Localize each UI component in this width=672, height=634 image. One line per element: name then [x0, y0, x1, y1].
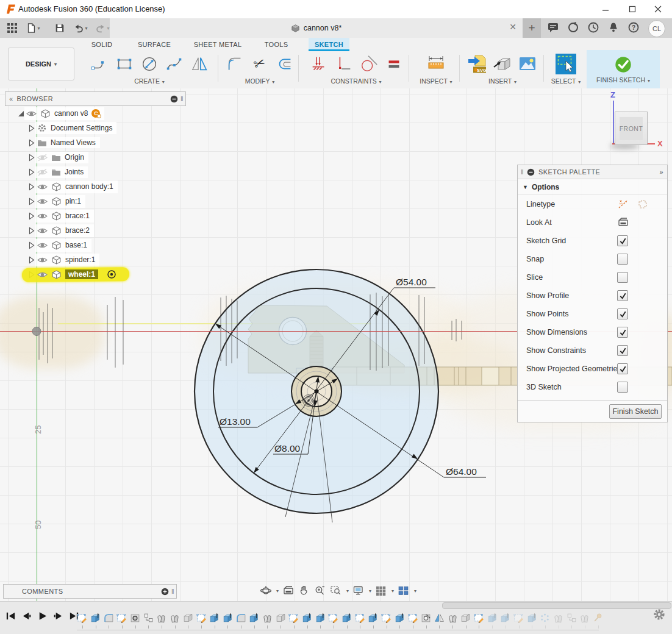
visibility-eye-icon[interactable] [37, 241, 48, 250]
visibility-eye-icon[interactable] [37, 255, 48, 265]
timeline-feature-body[interactable] [182, 611, 195, 624]
expand-arrow-icon[interactable] [28, 139, 35, 147]
tab-solid[interactable]: SOLID [83, 38, 121, 51]
timeline-feature-sketch[interactable] [473, 611, 486, 624]
browser-item-document-settings[interactable]: Document Settings [5, 121, 186, 135]
zoom-icon[interactable] [314, 585, 326, 597]
timeline-feature-extrude[interactable] [393, 611, 407, 624]
minus-circle-icon[interactable] [527, 168, 535, 176]
timeline-feature-sketch[interactable] [406, 611, 420, 624]
play-icon[interactable] [37, 610, 48, 622]
browser-item-label[interactable]: Named Views [51, 138, 96, 147]
timeline-feature-hole[interactable] [129, 611, 142, 624]
fillet-tool[interactable] [224, 54, 245, 74]
chevron-down-icon[interactable]: ▾ [391, 588, 394, 594]
browser-item-label[interactable]: spinder:1 [65, 255, 95, 264]
circle-tool[interactable] [139, 54, 160, 74]
dimension-label[interactable]: Ø64.00 [446, 466, 477, 477]
group-label-inspect[interactable]: INSPECT ▾ [420, 77, 452, 85]
workspace-switcher[interactable]: DESIGN▾ [8, 48, 74, 80]
minimize-icon[interactable] [595, 2, 616, 16]
new-tab-button[interactable]: + [523, 18, 541, 38]
tab-tools[interactable]: TOOLS [259, 38, 294, 51]
timeline-feature-sketch[interactable] [195, 611, 208, 624]
timeline-feature-joint[interactable] [155, 611, 168, 624]
plus-circle-icon[interactable] [161, 588, 169, 596]
browser-item-label[interactable]: Origin [65, 153, 84, 162]
timeline-feature-joint[interactable] [446, 611, 459, 624]
checkbox-show-profile[interactable] [617, 290, 628, 301]
timeline-feature-extrude[interactable] [366, 611, 380, 624]
expand-arrow-icon[interactable] [28, 212, 35, 220]
timeline-feature-sketch[interactable] [512, 611, 526, 624]
comment-icon[interactable] [547, 21, 559, 34]
offset-tool[interactable] [274, 54, 295, 74]
timeline-feature-body[interactable] [459, 611, 473, 624]
timeline-feature-extrude[interactable] [313, 611, 327, 624]
browser-item-label[interactable]: brace:2 [65, 226, 90, 235]
visibility-eye-icon[interactable] [37, 270, 48, 279]
chevron-down-icon[interactable]: ▾ [346, 588, 349, 594]
avatar[interactable]: CL [648, 20, 665, 37]
app-grid-icon[interactable] [5, 21, 20, 35]
expand-arrow-icon[interactable] [28, 124, 35, 132]
line-tool[interactable] [89, 54, 110, 74]
reference-linetype-icon[interactable] [637, 198, 649, 210]
group-label-select[interactable]: SELECT ▾ [551, 77, 581, 85]
close-icon[interactable] [648, 2, 668, 16]
chevron-down-icon[interactable]: ▾ [369, 588, 371, 594]
timeline-feature-fillet[interactable] [102, 611, 115, 624]
timeline-feature-extrude[interactable] [485, 611, 499, 624]
pan-icon[interactable] [298, 585, 310, 597]
browser-item-label[interactable]: cannon body:1 [65, 182, 113, 191]
vertical-horizontal-constraint-icon[interactable] [334, 54, 354, 74]
browser-item-named-views[interactable]: Named Views [5, 135, 186, 150]
expand-arrow-icon[interactable] [28, 154, 35, 162]
group-label-modify[interactable]: MODIFY ▾ [245, 77, 275, 85]
timeline-feature-extrude[interactable] [221, 611, 235, 624]
options-section-header[interactable]: ▼Options [518, 179, 667, 195]
visibility-eye-icon[interactable] [26, 109, 37, 118]
timeline-feature-extrude[interactable] [301, 611, 314, 624]
group-label-create[interactable]: CREATE ▾ [134, 77, 165, 85]
timeline-feature-joint[interactable] [168, 611, 182, 624]
timeline-feature-sketch[interactable] [380, 611, 393, 624]
timeline-feature-extrude[interactable] [208, 611, 221, 624]
expand-right-icon[interactable]: » [659, 168, 663, 176]
expand-arrow-icon[interactable] [28, 198, 35, 205]
step-back-icon[interactable] [21, 610, 32, 622]
group-label-insert[interactable]: INSERT ▾ [488, 77, 517, 85]
browser-item-cannon-v8[interactable]: cannon v8C [5, 106, 186, 121]
browser-item-label[interactable]: wheel:1 [65, 269, 98, 279]
panel-grip[interactable]: ‖ [181, 95, 184, 102]
panel-grip[interactable]: ‖ [171, 588, 174, 595]
checkbox-slice[interactable] [617, 272, 628, 283]
browser-item-wheel-1[interactable]: wheel:1 [5, 267, 186, 282]
midpoint-constraint-icon[interactable] [309, 54, 329, 74]
dimension-label[interactable]: Ø13.00 [220, 416, 251, 427]
timeline-feature-revolve[interactable] [420, 611, 433, 624]
construction-linetype-icon[interactable] [617, 198, 629, 210]
viewcube-front-face[interactable]: FRONT [615, 112, 648, 145]
browser-item-base-1[interactable]: base:1 [5, 238, 186, 252]
browser-item-label[interactable]: brace:1 [65, 212, 90, 220]
browser-item-joints[interactable]: Joints [5, 165, 186, 179]
expand-arrow-icon[interactable] [28, 241, 35, 249]
file-icon[interactable]: ▾ [26, 21, 40, 35]
save-icon[interactable] [52, 21, 67, 35]
checkbox-3d-sketch[interactable] [617, 382, 628, 393]
sketch-palette-header[interactable]: ‖ SKETCH PALETTE » [518, 165, 667, 179]
browser-item-spinder-1[interactable]: spinder:1 [5, 252, 186, 267]
measure-tool[interactable] [426, 54, 446, 74]
checkbox-show-projected-geometries[interactable] [617, 363, 628, 374]
tangent-constraint-icon[interactable] [359, 54, 379, 74]
browser-item-label[interactable]: pin:1 [65, 197, 81, 205]
look-at-icon[interactable] [617, 216, 629, 229]
finish-sketch-palette-button[interactable]: Finish Sketch [609, 404, 662, 419]
tab-surface[interactable]: SURFACE [130, 38, 178, 51]
undo-icon[interactable]: ▾ [73, 21, 88, 35]
timeline-feature-fillet[interactable] [234, 611, 248, 624]
chevron-down-icon[interactable]: ▾ [276, 588, 279, 594]
timeline-feature-sketch[interactable] [76, 611, 89, 624]
notifications-icon[interactable] [607, 21, 620, 34]
